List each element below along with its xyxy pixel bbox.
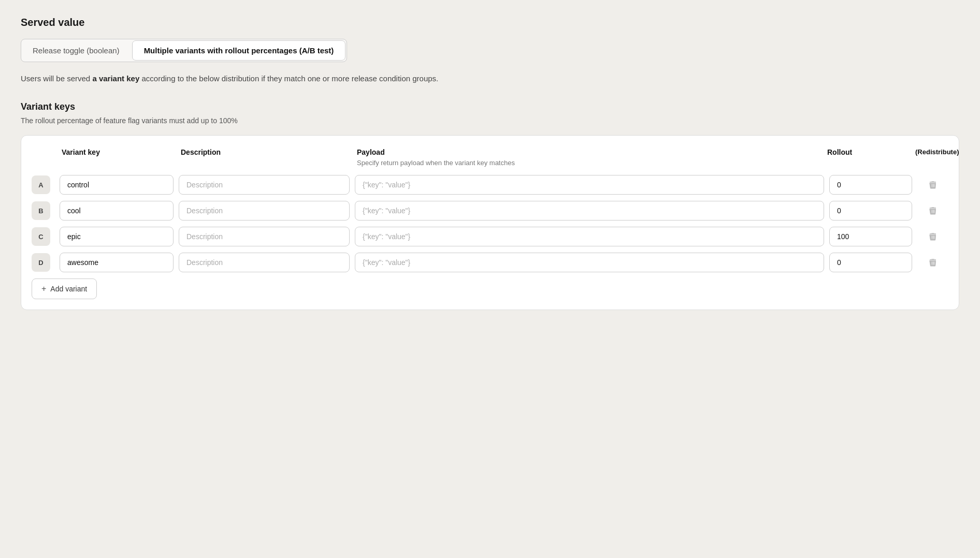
toggle-group: Release toggle (boolean) Multiple varian… <box>21 39 347 62</box>
toggle-boolean[interactable]: Release toggle (boolean) <box>21 39 131 62</box>
add-variant-label: Add variant <box>50 285 87 293</box>
row-badge-c: C <box>32 227 50 246</box>
variant-keys-subtitle: The rollout percentage of feature flag v… <box>21 116 959 125</box>
delete-row-a[interactable] <box>917 177 948 193</box>
rollout-input-d[interactable] <box>829 253 912 272</box>
description-input-b[interactable] <box>179 201 350 221</box>
col-header-payload: Payload Specify return payload when the … <box>357 148 822 168</box>
plus-icon: + <box>41 284 46 293</box>
variant-key-input-c[interactable] <box>60 227 174 246</box>
description-input-d[interactable] <box>179 253 350 272</box>
table-row: D <box>32 253 948 272</box>
toggle-ab-test[interactable]: Multiple variants with rollout percentag… <box>132 40 346 61</box>
served-value-title: Served value <box>21 17 959 28</box>
trash-icon-a <box>928 180 938 189</box>
variant-keys-title: Variant keys <box>21 101 959 112</box>
description-input-a[interactable] <box>179 175 350 195</box>
payload-input-a[interactable] <box>355 175 824 195</box>
trash-icon-d <box>928 258 938 267</box>
trash-icon-b <box>928 206 938 215</box>
delete-row-d[interactable] <box>917 255 948 270</box>
delete-row-b[interactable] <box>917 203 948 218</box>
col-header-redistribute: (Redistribute) <box>915 148 946 156</box>
description-suffix: according to the below distribution if t… <box>139 74 438 83</box>
delete-row-c[interactable] <box>917 229 948 244</box>
variant-table-container: Variant key Description Payload Specify … <box>21 135 959 310</box>
row-badge-d: D <box>32 253 50 272</box>
payload-input-b[interactable] <box>355 201 824 221</box>
row-badge-b: B <box>32 201 50 220</box>
rollout-input-c[interactable] <box>829 227 912 246</box>
add-variant-button[interactable]: + Add variant <box>32 278 97 299</box>
trash-icon-c <box>928 232 938 241</box>
served-value-description: Users will be served a variant key accor… <box>21 72 959 85</box>
col-header-rollout: Rollout <box>827 148 910 156</box>
table-row: A <box>32 175 948 195</box>
description-input-c[interactable] <box>179 227 350 246</box>
col-header-description: Description <box>181 148 352 156</box>
variant-key-input-b[interactable] <box>60 201 174 221</box>
table-row: C <box>32 227 948 246</box>
description-bold: a variant key <box>92 74 139 83</box>
rollout-input-b[interactable] <box>829 201 912 221</box>
payload-sublabel: Specify return payload when the variant … <box>357 158 822 168</box>
rollout-input-a[interactable] <box>829 175 912 195</box>
row-badge-a: A <box>32 175 50 194</box>
table-header: Variant key Description Payload Specify … <box>32 148 948 168</box>
payload-label: Payload <box>357 148 822 156</box>
variant-key-input-a[interactable] <box>60 175 174 195</box>
table-row: B <box>32 201 948 221</box>
description-prefix: Users will be served <box>21 74 92 83</box>
col-header-variant-key: Variant key <box>62 148 176 156</box>
payload-input-c[interactable] <box>355 227 824 246</box>
variant-key-input-d[interactable] <box>60 253 174 272</box>
payload-input-d[interactable] <box>355 253 824 272</box>
